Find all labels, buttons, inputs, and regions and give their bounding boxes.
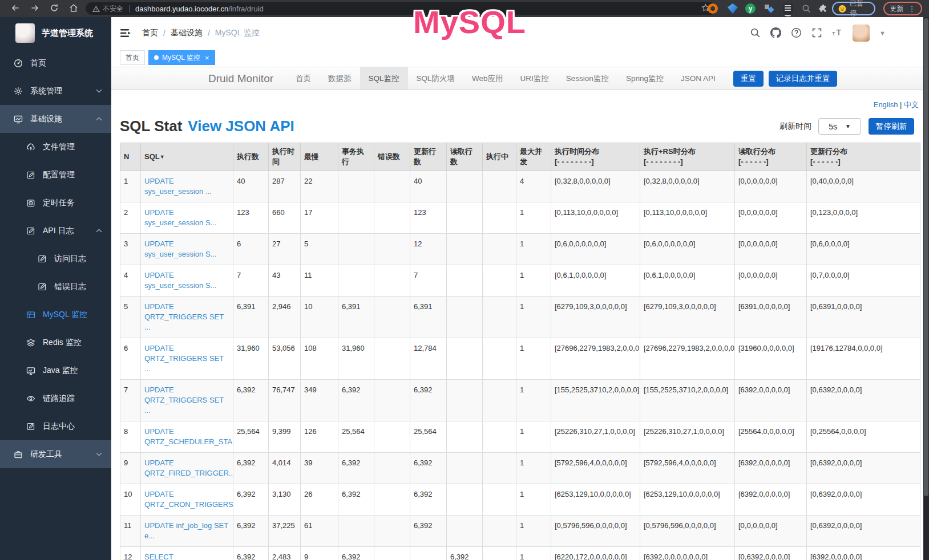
browser-back-icon[interactable] (10, 3, 22, 14)
druid-menu-首页[interactable]: 首页 (287, 67, 320, 90)
druid-menu-Web应用[interactable]: Web应用 (463, 67, 512, 90)
table-row: 6UPDATE QRTZ_TRIGGERS SET ...31,96053,05… (120, 338, 920, 380)
sidebar-item-home[interactable]: 首页 (0, 49, 111, 77)
sql-statement-link[interactable]: UPDATE QRTZ_CRON_TRIGGERS... (144, 490, 233, 509)
column-header-upd[interactable]: 更新行数 (410, 143, 447, 171)
sql-statement-link[interactable]: UPDATE QRTZ_FIRED_TRIGGER... (144, 458, 233, 477)
sidebar-item-redis[interactable]: Redis 监控 (0, 328, 111, 356)
reset-button[interactable]: 重置 (733, 71, 764, 87)
sidebar-item-access-log[interactable]: 访问日志 (0, 245, 111, 273)
column-header-exec[interactable]: 执行数 (233, 143, 269, 171)
cell-time: 287 (269, 171, 301, 202)
sidebar-item-dev-tools[interactable]: 研发工具 (0, 440, 111, 468)
column-header-slow[interactable]: 最慢 (301, 143, 338, 171)
hamburger-icon[interactable] (120, 28, 132, 38)
browser-reload-icon[interactable] (49, 3, 60, 14)
scrollbar-thumb[interactable] (924, 18, 928, 496)
sidebar-item-label: 系统管理 (30, 86, 62, 96)
sql-statement-link[interactable]: UPDATE QRTZ_TRIGGERS SET ... (144, 385, 224, 415)
sql-statement-link[interactable]: UPDATE QRTZ_SCHEDULER_STA... (144, 427, 233, 446)
sidebar-item-log-center[interactable]: 日志中心 (0, 412, 111, 440)
druid-menu-Spring监控[interactable]: Spring监控 (617, 67, 672, 90)
refresh-interval-select[interactable]: 5s ▼ (818, 118, 861, 135)
tag-label: MySQL 监控 (162, 53, 200, 63)
column-label: 最大并发 (520, 147, 547, 167)
column-header-d2[interactable]: 执行+RS时分布[- - - - - - - -] (640, 143, 735, 171)
druid-menu-SQL监控[interactable]: SQL监控 (360, 67, 408, 90)
sidebar-item-config[interactable]: 配置管理 (0, 161, 111, 189)
extension-list-icon[interactable]: on (783, 3, 793, 14)
druid-menu-JSON API[interactable]: JSON API (672, 67, 724, 90)
column-header-n[interactable]: N (120, 143, 141, 171)
sidebar-item-system[interactable]: 系统管理 (0, 77, 111, 105)
column-header-read[interactable]: 读取行数 (447, 143, 483, 171)
sidebar-item-infra[interactable]: 基础设施 (0, 105, 111, 133)
sql-statement-link[interactable]: UPDATE QRTZ_TRIGGERS SET ... (144, 302, 224, 331)
breadcrumb-item[interactable]: 基础设施 (171, 28, 203, 38)
cell-sql: UPDATE sys_user_session S... (141, 234, 233, 265)
column-header-run[interactable]: 执行中 (483, 143, 516, 171)
sql-statement-link[interactable]: UPDATE QRTZ_TRIGGERS SET ... (144, 344, 224, 373)
sql-statement-link[interactable]: UPDATE sys_user_session S... (144, 208, 216, 227)
fullscreen-icon[interactable] (811, 27, 822, 38)
browser-menu-icon[interactable]: ⋮ (908, 5, 916, 13)
browser-scrollbar[interactable] (923, 17, 929, 560)
sidebar-item-java[interactable]: Java 监控 (0, 356, 111, 384)
search-icon[interactable] (750, 27, 761, 38)
log-and-reset-button[interactable]: 记录日志并重置 (769, 71, 838, 87)
extension-blocks-icon[interactable] (764, 3, 774, 14)
extension-devtools-icon[interactable] (708, 3, 718, 14)
browser-profile-chip[interactable]: 已暂停 (832, 2, 875, 15)
app-logo[interactable]: 芋道管理系统 (0, 17, 111, 49)
security-warning[interactable]: 不安全 (92, 4, 123, 14)
column-header-d4[interactable]: 更新行分布[- - - - - -] (807, 143, 920, 171)
column-header-d3[interactable]: 读取行分布[- - - - - -] (735, 143, 807, 171)
sql-statement-link[interactable]: SELECT TRIGGER_STATE (144, 553, 205, 560)
pause-refresh-button[interactable]: 暂停刷新 (869, 118, 914, 135)
tab-MySQL 监控[interactable]: MySQL 监控× (148, 50, 215, 65)
browser-update-button[interactable]: 更新 ⋮ (883, 2, 922, 15)
sidebar-item-job[interactable]: 定时任务 (0, 189, 111, 217)
column-header-d1[interactable]: 执行时间分布[- - - - - - - -] (551, 143, 640, 171)
user-avatar[interactable] (853, 25, 870, 42)
sidebar-item-label: MySQL 监控 (43, 310, 87, 320)
sidebar-item-error-log[interactable]: 错误日志 (0, 273, 111, 301)
lang-english-link[interactable]: English (874, 100, 898, 109)
cell-n: 1 (120, 171, 141, 202)
column-header-time[interactable]: 执行时间 (269, 143, 301, 171)
sql-statement-link[interactable]: UPDATE sys_user_session S... (144, 271, 216, 290)
avatar-caret-icon[interactable]: ▼ (879, 30, 886, 36)
extension-magnifier-icon[interactable] (801, 3, 811, 14)
browser-forward-icon[interactable] (30, 3, 41, 14)
sidebar-item-file[interactable]: 文件管理 (0, 133, 111, 161)
sidebar-item-trace[interactable]: 链路追踪 (0, 384, 111, 412)
lang-chinese-link[interactable]: 中文 (904, 100, 919, 109)
cell-exec: 40 (233, 171, 269, 202)
font-size-icon[interactable]: TT (832, 27, 843, 38)
tag-close-icon[interactable]: × (205, 54, 209, 62)
sql-statement-link[interactable]: UPDATE sys_user_session S... (144, 240, 216, 258)
druid-menu-数据源[interactable]: 数据源 (320, 67, 360, 90)
cell-tx: 6,392 (338, 484, 374, 516)
druid-menu-URI监控[interactable]: URI监控 (512, 67, 558, 90)
sql-statement-link[interactable]: UPDATE sys_user_session ... (144, 177, 212, 196)
column-header-sql[interactable]: SQL▼ (141, 143, 233, 171)
extension-y-icon[interactable]: y (745, 3, 756, 14)
sql-statement-link[interactable]: UPDATE inf_job_log SET e... (144, 521, 228, 540)
tab-首页[interactable]: 首页 (120, 50, 145, 65)
druid-menu-SQL防火墙[interactable]: SQL防火墙 (408, 67, 464, 90)
github-icon[interactable] (770, 27, 781, 38)
column-header-err[interactable]: 错误数 (374, 143, 410, 171)
breadcrumb-item[interactable]: 首页 (142, 28, 158, 38)
sidebar-item-api-log[interactable]: API 日志 (0, 217, 111, 245)
browser-home-icon[interactable] (68, 3, 80, 14)
column-header-conc[interactable]: 最大并发 (516, 143, 551, 171)
view-json-api-link[interactable]: View JSON API (188, 117, 294, 135)
column-header-tx[interactable]: 事务执行 (338, 143, 374, 171)
extension-gem-icon[interactable] (728, 3, 738, 14)
sidebar-item-mysql[interactable]: MySQL 监控 (0, 301, 111, 328)
address-bar[interactable]: 不安全 dashboard.yudao.iocoder.cn/infra/dru… (86, 2, 717, 15)
help-icon[interactable] (791, 27, 802, 38)
druid-menu-Session监控[interactable]: Session监控 (558, 67, 617, 90)
extensions-puzzle-icon[interactable] (818, 3, 829, 14)
